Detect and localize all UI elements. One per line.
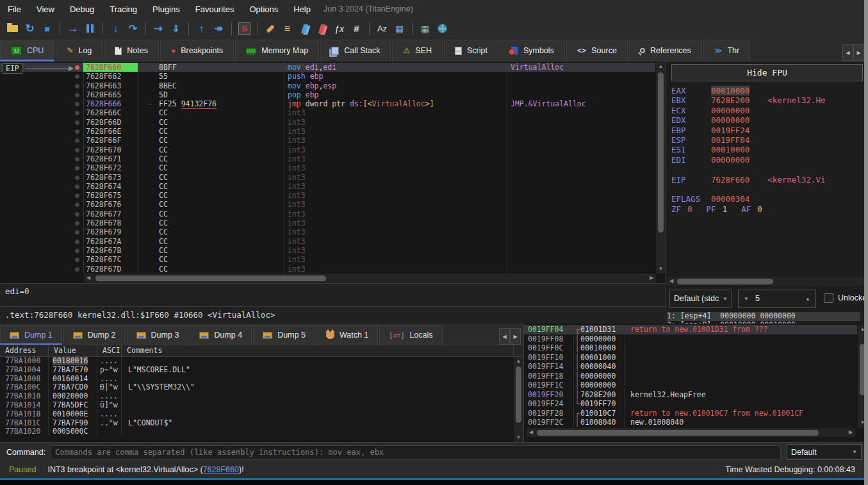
patches-icon[interactable] [261, 21, 279, 37]
dump-row[interactable]: 77BA100800160014.... [0, 375, 514, 384]
register-row[interactable]: EBX7628E200<kernel32.He [671, 95, 856, 105]
tab-script[interactable]: Script [444, 40, 498, 61]
spinner-down-icon[interactable]: ▼ [744, 296, 749, 302]
scroll-left-arrow[interactable]: ◀ [84, 274, 93, 283]
scroll-right-arrow[interactable]: ▶ [846, 428, 855, 437]
stack-row[interactable]: 0019FF28┌010010C7return to new.010010C7 … [524, 409, 857, 418]
stack-row[interactable]: 0019FF10│00001000 [524, 353, 857, 363]
scroll-left-arrow[interactable]: ◀ [527, 428, 536, 437]
menu-item-view[interactable]: View [29, 1, 62, 17]
calling-convention-select[interactable]: Default (stdc ▼ [669, 290, 732, 308]
tab-dump-4[interactable]: Dump 4 [190, 325, 252, 345]
breakpoint-gutter[interactable] [0, 90, 83, 99]
font-icon[interactable]: Az [373, 21, 391, 37]
tab-call-stack[interactable]: Call Stack [320, 40, 391, 61]
functions-icon[interactable]: ƒx [331, 21, 348, 37]
breakpoint-gutter[interactable] [0, 118, 83, 127]
gutter-dot[interactable] [75, 185, 79, 189]
dump-row[interactable]: 77BA10200005000C [0, 427, 514, 436]
dump-row[interactable]: 77BA10180010000E.... [0, 410, 514, 419]
scroll-thumb[interactable] [95, 275, 326, 281]
breakpoint-gutter[interactable] [0, 81, 83, 90]
disassembly-horizontal-scrollbar[interactable]: ◀ ▶ [84, 274, 656, 283]
tab-memory-map[interactable]: Memory Map [235, 40, 319, 61]
breakpoint-gutter[interactable] [0, 154, 83, 163]
scroll-thumb[interactable] [516, 366, 521, 423]
breakpoint-gutter[interactable] [0, 218, 83, 227]
tab-source[interactable]: <>Source [566, 40, 628, 61]
breakpoint-gutter[interactable] [0, 255, 83, 264]
column-header-comments[interactable]: Comments [122, 345, 514, 356]
gutter-dot[interactable] [75, 138, 79, 143]
disassembly-row[interactable]: 7628F66FCCint3 [0, 136, 655, 145]
gutter-dot[interactable] [75, 258, 79, 262]
register-row[interactable]: EBP0019FF24 [671, 126, 856, 135]
stack-row[interactable]: 0019FF04┌01001D31return to new.01001D31 … [524, 325, 857, 334]
breakpoint-gutter[interactable] [0, 227, 83, 236]
stack-row[interactable]: 0019FF18│00000000 [524, 372, 857, 381]
disassembly-row[interactable]: 7628F677CCint3 [0, 210, 655, 218]
gutter-dot[interactable] [75, 111, 79, 115]
run-to-user-code-icon[interactable]: ↠ [210, 21, 227, 37]
gutter-dot[interactable] [75, 193, 79, 198]
breakpoint-gutter[interactable] [0, 200, 83, 209]
disassembly-row[interactable]: 7628F6638BECmov ebp,esp [0, 81, 655, 90]
breakpoint-gutter[interactable] [0, 108, 83, 117]
stack-row[interactable]: 0019FF0C│00010000 [524, 343, 857, 353]
disassembly-row[interactable]: 7628F67ACCint3 [0, 237, 655, 246]
dump-row[interactable]: 77BA101000020000.... [0, 392, 514, 401]
breakpoint-gutter[interactable] [0, 173, 83, 182]
execute-till-return-icon[interactable]: ↑ [193, 21, 210, 37]
menu-item-help[interactable]: Help [286, 1, 318, 17]
tab-dump-1[interactable]: Dump 1 [0, 325, 62, 345]
stack-row[interactable]: 0019FF14│00000040 [524, 362, 857, 372]
scroll-down-arrow[interactable]: ▼ [656, 265, 666, 274]
disassembly-row[interactable]: 7628F67BCCint3 [0, 246, 655, 255]
gutter-dot[interactable] [75, 267, 79, 272]
stack-horizontal-scrollbar[interactable]: ◀ ▶ [527, 428, 855, 437]
breakpoint-gutter[interactable] [0, 191, 83, 200]
tab-dump-5[interactable]: Dump 5 [253, 325, 315, 345]
argument-count-spinner[interactable]: ▼ 5 ▲ [738, 290, 816, 308]
disassembly-row[interactable]: 7628F66DCCint3 [0, 118, 655, 127]
dump-row[interactable]: 77BA100477BA7E70p~°wL"MSCOREE.DLL" [0, 366, 514, 375]
animate-into-icon[interactable]: ⇢ [150, 21, 167, 37]
gutter-dot[interactable] [75, 166, 79, 170]
spinner-up-icon[interactable]: ▲ [805, 296, 810, 302]
tab-watch-1[interactable]: Watch 1 [316, 325, 378, 345]
register-row[interactable]: ESP0019FF04 [671, 135, 856, 145]
scroll-right-arrow[interactable]: ▶ [647, 274, 656, 283]
gutter-dot[interactable] [75, 93, 79, 97]
scroll-left-arrow[interactable]: ◀ [667, 277, 676, 286]
breakpoint-gutter[interactable] [0, 246, 83, 255]
assembler-icon[interactable]: ▦ [391, 21, 408, 37]
register-row[interactable]: EAX00010000 [671, 86, 856, 95]
gutter-dot[interactable] [75, 240, 79, 244]
register-row[interactable]: EIP7628F660<kernel32.Vi [671, 175, 856, 185]
register-row[interactable]: EFLAGS00000304 [671, 194, 856, 204]
pause-icon[interactable] [81, 21, 99, 37]
tab-scroll-left-icon[interactable]: ◀ [499, 328, 510, 345]
dump-vertical-scrollbar[interactable]: ▲ ▼ [514, 357, 523, 442]
tab-thr[interactable]: ≫Thr [703, 40, 750, 61]
internet-icon[interactable] [434, 21, 451, 37]
register-row[interactable]: ECX00000000 [671, 106, 856, 115]
disassembly-row[interactable]: 7628F672CCint3 [0, 163, 655, 172]
breakpoint-gutter[interactable] [0, 163, 83, 172]
menu-item-file[interactable]: File [0, 1, 29, 17]
breakpoint-gutter[interactable] [0, 182, 83, 191]
scroll-thumb[interactable] [677, 279, 773, 284]
disassembly-row[interactable]: 7628F6608BFFmov edi,ediVirtualAlloc [0, 63, 655, 72]
stack-row[interactable]: 0019FF2C│01008040new.01008040 [524, 418, 857, 427]
disassembly-vertical-scrollbar[interactable]: ▲ ▼ [656, 62, 666, 274]
column-header-asci[interactable]: ASCI [97, 345, 122, 356]
disassembly-row[interactable]: 7628F6655Dpop ebp [0, 90, 655, 99]
dump-row[interactable]: 77BA100C77BA7CD0Ð|°wL"\\SYSTEM32\\" [0, 383, 514, 392]
bookmarks-icon[interactable] [313, 21, 331, 37]
stack-row[interactable]: 0019FF24└0019FF70 [524, 399, 857, 409]
breakpoint-gutter[interactable] [0, 265, 83, 274]
menu-item-options[interactable]: Options [242, 1, 286, 17]
breakpoint-gutter[interactable] [0, 99, 83, 108]
breakpoint-gutter[interactable] [0, 210, 83, 218]
unlocked-checkbox[interactable] [824, 293, 833, 303]
